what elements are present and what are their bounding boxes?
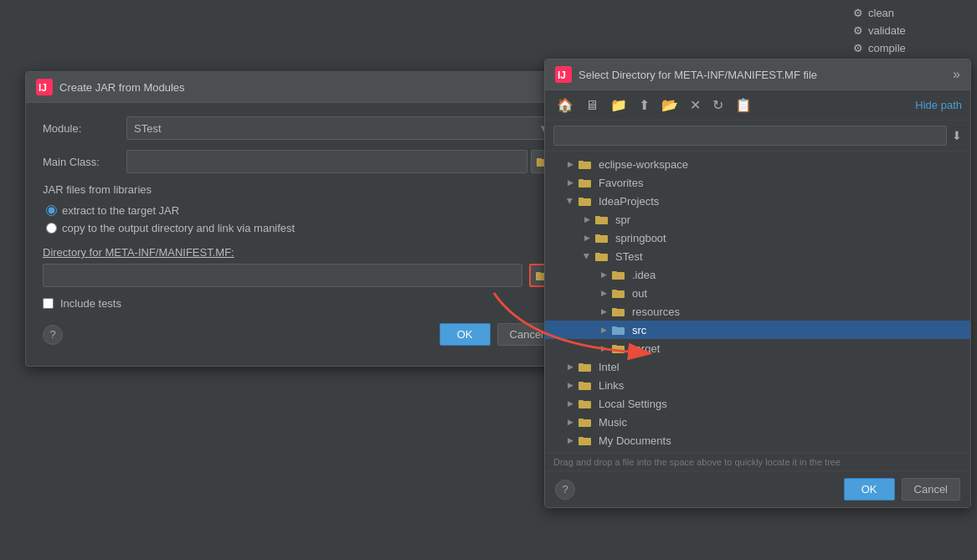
jar-files-label: JAR files from libraries	[43, 183, 556, 196]
tree-arrow-icon: ▶	[599, 288, 609, 298]
tree-item[interactable]: ▶My Documents	[545, 431, 970, 450]
path-download-btn[interactable]: ⬇	[952, 129, 962, 142]
gear-icon: ⚙	[853, 42, 863, 54]
gear-icon: ⚙	[853, 7, 863, 19]
folder-icon	[595, 249, 609, 263]
tree-item[interactable]: ▶STest	[545, 247, 970, 265]
tree-item[interactable]: ▶src	[545, 321, 970, 339]
tree-item[interactable]: ▶Local Settings	[545, 394, 970, 413]
tree-arrow-icon: ▶	[565, 417, 575, 427]
include-tests-checkbox[interactable]	[43, 298, 54, 309]
home-btn[interactable]: 🏠	[553, 95, 577, 115]
folder-icon	[612, 342, 625, 355]
folder-icon	[578, 397, 592, 410]
svg-text:IJ: IJ	[39, 82, 47, 94]
tree-item-label: springboot	[615, 232, 666, 244]
sidebar-item-validate[interactable]: ⚙ validate	[853, 24, 967, 37]
svg-rect-13	[578, 198, 584, 200]
tree-arrow-icon: ▶	[582, 251, 592, 261]
tree-arrow-icon: ▶	[582, 214, 592, 224]
svg-rect-9	[578, 161, 584, 163]
svg-rect-31	[578, 363, 584, 366]
folder-icon	[578, 157, 592, 171]
svg-rect-33	[578, 382, 584, 384]
tree-item[interactable]: ▶IdeaProjects	[545, 192, 970, 210]
tree-arrow-icon: ▶	[565, 159, 575, 169]
dir-footer-buttons: OK Cancel	[844, 478, 960, 501]
folder-icon	[578, 378, 592, 392]
svg-rect-3	[537, 158, 542, 161]
svg-rect-25	[612, 308, 617, 311]
svg-rect-23	[612, 290, 617, 292]
radio-copy[interactable]	[46, 223, 57, 234]
tree-item[interactable]: ▶springboot	[545, 229, 970, 247]
gear-icon: ⚙	[853, 24, 863, 37]
expand-btn[interactable]: 📂	[658, 95, 681, 115]
main-class-label: Main Class:	[43, 156, 126, 168]
tree-item-label: Music	[599, 416, 627, 429]
tree-arrow-icon: ▶	[565, 380, 575, 390]
module-label: Module:	[43, 122, 126, 135]
desktop-btn[interactable]: 🖥	[582, 96, 602, 115]
dir-label: Directory for META-INF/MANIFEST.MF:	[43, 246, 556, 259]
jar-footer-right: OK Cancel	[440, 323, 556, 346]
tree-arrow-icon: ▶	[565, 177, 575, 188]
tree-item[interactable]: ▶Favorites	[545, 173, 970, 192]
folder-icon	[612, 323, 625, 337]
up-btn[interactable]: ⬆	[635, 95, 653, 115]
dir-cancel-button[interactable]: Cancel	[902, 478, 960, 501]
folder-icon	[612, 305, 625, 318]
tree-item-label: STest	[615, 250, 643, 263]
svg-rect-19	[595, 253, 600, 255]
svg-rect-17	[595, 234, 600, 237]
svg-rect-35	[578, 400, 584, 403]
jar-footer-left: ?	[43, 325, 63, 345]
tree-item-label: Links	[599, 379, 624, 392]
path-input[interactable]: C:\Users\Administrator\IdeaProjects\STes…	[553, 126, 947, 146]
tree-item[interactable]: ▶Links	[545, 376, 970, 394]
folder-icon	[578, 194, 592, 208]
path-row: C:\Users\Administrator\IdeaProjects\STes…	[545, 121, 970, 152]
jar-help-button[interactable]: ?	[43, 325, 63, 345]
tree-panel[interactable]: ▶eclipse-workspace▶Favorites▶IdeaProject…	[545, 152, 970, 453]
select-dir-dialog: IJ Select Directory for META-INF/MANIFES…	[544, 59, 971, 508]
dir-dialog-close[interactable]: »	[953, 68, 960, 81]
copy-path-btn[interactable]: 📋	[732, 95, 755, 115]
tree-item[interactable]: ▶.idea	[545, 265, 970, 284]
tree-item-label: My Documents	[599, 434, 671, 447]
tree-item[interactable]: ▶resources	[545, 302, 970, 321]
dir-dialog-titlebar: IJ Select Directory for META-INF/MANIFES…	[545, 59, 970, 90]
tree-item[interactable]: ▶Intel	[545, 357, 970, 376]
radio-copy-label: copy to the output directory and link vi…	[62, 222, 295, 234]
main-class-input[interactable]: Starter	[126, 150, 527, 173]
svg-rect-37	[578, 419, 584, 421]
dir-input[interactable]: C:\Users\Administrator\IdeaProjects\STes…	[43, 264, 522, 287]
tree-item-label: src	[632, 324, 646, 337]
radio-extract-row: extract to the target JAR	[46, 204, 556, 217]
tree-item[interactable]: ▶Music	[545, 413, 970, 431]
jar-dialog-titlebar: IJ Create JAR from Modules ×	[26, 72, 573, 103]
tree-item[interactable]: ▶out	[545, 284, 970, 302]
refresh-btn[interactable]: ↻	[709, 95, 727, 115]
sidebar-item-clean[interactable]: ⚙ clean	[853, 7, 967, 19]
new-folder-btn[interactable]: 📁	[607, 95, 630, 115]
jar-dialog-body: Module: STest ▼ Main Class: Starter JAR …	[26, 103, 573, 366]
tree-item[interactable]: ▶spr	[545, 210, 970, 229]
jar-ok-button[interactable]: OK	[440, 323, 491, 346]
dir-dialog-title: Select Directory for META-INF/MANIFEST.M…	[578, 69, 817, 81]
module-select[interactable]: STest	[126, 116, 556, 140]
tree-arrow-icon: ▶	[565, 196, 575, 206]
hide-path-btn[interactable]: Hide path	[915, 99, 962, 111]
tree-arrow-icon: ▶	[565, 398, 575, 408]
sidebar-item-compile[interactable]: ⚙ compile	[853, 42, 967, 54]
radio-extract[interactable]	[46, 205, 57, 216]
tree-item-label: resources	[632, 306, 680, 318]
tree-item[interactable]: ▶eclipse-workspace	[545, 155, 970, 173]
tree-item[interactable]: ▶target	[545, 339, 970, 357]
tree-item-label: eclipse-workspace	[599, 158, 688, 171]
validate-label: validate	[868, 24, 906, 37]
intellij-icon2: IJ	[555, 66, 572, 83]
dir-ok-button[interactable]: OK	[844, 478, 895, 501]
delete-btn[interactable]: ✕	[686, 95, 704, 115]
dir-help-button[interactable]: ?	[555, 480, 575, 500]
